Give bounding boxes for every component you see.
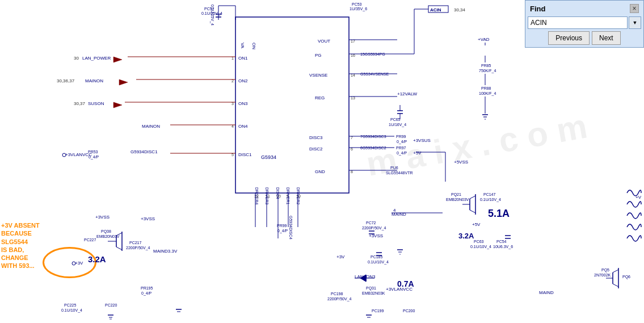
svg-text:1U/16V_4: 1U/16V_4 xyxy=(389,123,406,127)
find-search-input[interactable] xyxy=(528,16,628,29)
svg-text:PC147: PC147 xyxy=(483,192,496,196)
svg-text:0.1U/10V_4: 0.1U/10V_4 xyxy=(368,260,389,265)
svg-text:DISC2: DISC2 xyxy=(309,146,323,152)
svg-text:G5934DISC4: G5934DISC4 xyxy=(289,216,293,240)
svg-text:4: 4 xyxy=(393,208,396,213)
svg-text:G5934: G5934 xyxy=(261,154,276,160)
svg-text:0.1U/10V_4: 0.1U/10V_4 xyxy=(480,198,501,202)
svg-text:MAINON: MAINON xyxy=(142,124,160,129)
svg-text:SLG55448VTR: SLG55448VTR xyxy=(386,171,413,175)
svg-text:PC227: PC227 xyxy=(84,238,96,242)
svg-text:+5VSS: +5VSS xyxy=(454,160,468,165)
svg-text:DISC1: DISC1 xyxy=(238,152,252,157)
svg-text:30: 30 xyxy=(74,56,79,61)
svg-text:VA: VA xyxy=(240,43,245,49)
svg-text:ON4: ON4 xyxy=(238,124,248,129)
svg-text:0_4/P: 0_4/P xyxy=(397,151,407,156)
svg-text:EMB20N03V: EMB20N03V xyxy=(446,198,469,202)
svg-text:0_4/P: 0_4/P xyxy=(141,291,152,296)
svg-text:PU6: PU6 xyxy=(390,166,398,170)
svg-text:MAIND3.3V: MAIND3.3V xyxy=(153,249,178,254)
svg-text:PR97: PR97 xyxy=(396,146,406,150)
svg-text:0.1U/25V_4: 0.1U/25V_4 xyxy=(210,5,214,26)
svg-text:100K/F_4: 100K/F_4 xyxy=(479,91,496,96)
svg-text:PC63: PC63 xyxy=(474,240,484,244)
svg-text:2200P/50V_4: 2200P/50V_4 xyxy=(126,246,150,250)
svg-text:2200P/50V_4: 2200P/50V_4 xyxy=(327,297,352,301)
find-panel: Find × ▼ Previous Next xyxy=(525,0,644,48)
svg-text:MAIND: MAIND xyxy=(539,290,554,295)
svg-text:PR53: PR53 xyxy=(88,150,98,154)
svg-text:PG: PG xyxy=(315,53,322,58)
svg-text:10: 10 xyxy=(296,194,301,198)
svg-text:MAINON: MAINON xyxy=(85,78,103,83)
svg-text:750K/F_4: 750K/F_4 xyxy=(479,69,496,73)
svg-text:PQ6: PQ6 xyxy=(622,275,630,279)
svg-text:12: 12 xyxy=(254,194,259,198)
svg-text:+VAD: +VAD xyxy=(478,37,490,42)
svg-text:VSENSE: VSENSE xyxy=(309,73,327,78)
svg-text:0.1U/10V_4: 0.1U/10V_4 xyxy=(470,245,491,249)
find-dropdown-button[interactable]: ▼ xyxy=(629,16,641,29)
svg-text:PR88: PR88 xyxy=(481,86,491,90)
svg-text:PQ21: PQ21 xyxy=(451,192,461,197)
svg-text:30,36,37: 30,36,37 xyxy=(57,78,75,83)
svg-text:PQ31: PQ31 xyxy=(366,286,376,291)
svg-text:10: 10 xyxy=(276,194,281,198)
current-label-1: 3.2A xyxy=(88,254,106,264)
svg-text:+3V: +3V xyxy=(336,254,345,259)
svg-text:0_4/P: 0_4/P xyxy=(89,155,99,160)
svg-text:2200P/50V_4: 2200P/50V_4 xyxy=(362,226,386,230)
svg-text:2N7002K: 2N7002K xyxy=(594,273,611,277)
svg-text:PC225: PC225 xyxy=(64,303,77,307)
svg-text:PC198: PC198 xyxy=(331,292,343,296)
svg-text:+5V: +5V xyxy=(413,150,422,156)
svg-text:REG: REG xyxy=(315,95,325,100)
find-previous-button[interactable]: Previous xyxy=(548,31,590,45)
svg-text:VOUT: VOUT xyxy=(318,39,330,44)
svg-text:PC53: PC53 xyxy=(352,2,362,6)
svg-text:+3VSS: +3VSS xyxy=(141,216,155,221)
svg-text:0.1U/10V_4: 0.1U/10V_4 xyxy=(61,308,82,313)
svg-text:SUSON: SUSON xyxy=(88,101,104,106)
svg-text:PC65: PC65 xyxy=(390,118,401,121)
svg-text:PR85: PR85 xyxy=(481,64,491,68)
svg-text:5.1A: 5.1A xyxy=(488,208,510,219)
svg-text:LAN_POWER: LAN_POWER xyxy=(82,56,111,61)
svg-text:ACIN: ACIN xyxy=(430,7,441,12)
svg-text:0_4/P: 0_4/P xyxy=(277,229,288,233)
svg-text:PC199: PC199 xyxy=(372,309,384,313)
svg-text:PC217: PC217 xyxy=(129,241,142,245)
svg-text:0_4/P: 0_4/P xyxy=(397,140,407,144)
find-close-button[interactable]: × xyxy=(630,4,639,13)
svg-text:DISC3: DISC3 xyxy=(309,135,323,140)
svg-text:GND: GND xyxy=(315,169,325,174)
svg-text:PQ38: PQ38 xyxy=(101,229,111,234)
svg-text:+3VSUS: +3VSUS xyxy=(413,138,431,143)
svg-text:30,37: 30,37 xyxy=(74,101,86,106)
svg-text:ON1: ON1 xyxy=(238,56,248,61)
svg-text:PR195: PR195 xyxy=(141,286,153,290)
svg-text:11: 11 xyxy=(266,194,270,198)
svg-text:3.2A: 3.2A xyxy=(458,232,474,240)
svg-text:PR99: PR99 xyxy=(277,224,287,228)
svg-text:ON: ON xyxy=(251,43,256,49)
svg-text:ON2: ON2 xyxy=(238,78,248,83)
annotation-text: +3V ABSENT BECAUSE SLG5544 IS BAD, CHANG… xyxy=(1,221,40,270)
find-panel-title: Find xyxy=(530,5,545,13)
svg-text:PR99: PR99 xyxy=(396,135,406,139)
svg-text:PC220: PC220 xyxy=(105,303,117,307)
svg-text:+12VALW: +12VALW xyxy=(397,91,418,97)
svg-text:10U6.3V_6: 10U6.3V_6 xyxy=(493,245,513,249)
svg-text:0.7A: 0.7A xyxy=(397,279,414,288)
svg-text:PC200: PC200 xyxy=(403,309,415,313)
svg-text:G5934DISC1: G5934DISC1 xyxy=(131,149,158,154)
find-next-button[interactable]: Next xyxy=(592,31,621,45)
svg-text:PC54: PC54 xyxy=(496,240,507,244)
svg-text:+5V: +5V xyxy=(472,222,481,227)
svg-text:PC72: PC72 xyxy=(366,221,376,225)
svg-text:30,34: 30,34 xyxy=(454,7,466,12)
svg-text:ON3: ON3 xyxy=(238,101,248,106)
svg-text:EMB32N03K: EMB32N03K xyxy=(362,291,385,295)
svg-text:+3VSS: +3VSS xyxy=(95,215,110,220)
